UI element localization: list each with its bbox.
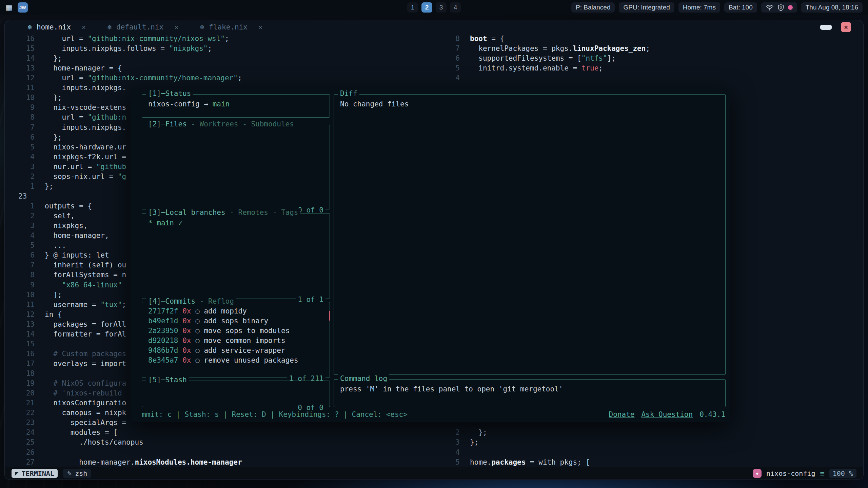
lazygit-stash-panel[interactable]: [5]─Stash 0 of 0 xyxy=(142,381,330,407)
text-segment: nixosConfiguratio xyxy=(45,399,126,407)
app-launcher-icon[interactable]: ▦ xyxy=(5,4,13,12)
text-segment xyxy=(178,327,183,335)
text-segment: boot xyxy=(470,35,487,43)
buffer-tab-label: flake.nix xyxy=(209,23,248,31)
text-segment: # Custom packages xyxy=(45,350,126,358)
commit-row[interactable]: 2717f2f 0x ○ add mopidy xyxy=(148,306,323,316)
text-segment xyxy=(191,307,195,315)
code-text: # Custom packages xyxy=(45,349,126,359)
branch-row[interactable]: * main ✓ xyxy=(148,218,323,228)
text-segment xyxy=(191,327,195,335)
shield-icon[interactable]: 0 xyxy=(778,4,784,11)
text-segment: }; xyxy=(470,428,487,436)
text-segment: "x86_64-linux" xyxy=(62,281,122,289)
line-number: 10 xyxy=(5,93,35,103)
line-number: 23 xyxy=(5,191,35,202)
code-text: # 'nixos-rebuild xyxy=(45,388,122,399)
code-text: forAllSystems = n xyxy=(45,270,126,280)
code-text: }; xyxy=(45,133,62,143)
text-segment: "nixpkgs" xyxy=(169,44,208,53)
network-icon[interactable] xyxy=(766,4,774,11)
layout-icon[interactable]: ≡ xyxy=(820,469,825,478)
line-number: 1 xyxy=(5,182,35,192)
text-segment xyxy=(178,356,183,364)
workspace-button-1[interactable]: 1 xyxy=(407,2,418,13)
lazygit-diff-panel[interactable]: Diff No changed files xyxy=(334,94,726,375)
code-text: username = "tux"; xyxy=(45,300,126,310)
commits-scrollbar-thumb[interactable] xyxy=(329,311,330,321)
commit-row[interactable]: b49ef1d 0x ○ add sops binary xyxy=(148,316,323,326)
text-segment xyxy=(178,307,183,315)
code-line: 15 inputs.nixpkgs.follows = "nixpkgs"; xyxy=(5,44,430,54)
commit-row[interactable]: 2a23950 0x ○ move sops to modules xyxy=(148,326,323,336)
workspace-button-3[interactable]: 3 xyxy=(436,2,447,13)
code-text: kernelPackages = pkgs.linuxPackages_zen; xyxy=(470,44,650,54)
window-pill-button[interactable] xyxy=(820,25,832,30)
line-number: 4 xyxy=(5,152,35,162)
commit-hash: 8e345a7 xyxy=(148,356,178,364)
system-tray: 0 xyxy=(761,2,797,13)
lazygit-status-panel[interactable]: [1]─Status nixos-config → main xyxy=(142,94,330,118)
buffer-tab-flake.nix[interactable]: ❄flake.nix× xyxy=(199,23,262,31)
text-segment xyxy=(191,356,195,364)
workspace-button-2[interactable]: 2 xyxy=(421,2,432,13)
text-segment: inherit (self) ou xyxy=(45,261,126,269)
code-text: outputs = { xyxy=(45,201,92,211)
window-close-button[interactable]: × xyxy=(841,22,851,32)
tab-close-icon[interactable]: × xyxy=(82,23,86,31)
session-icon: ◆ xyxy=(753,469,762,478)
buffer-tab-home.nix[interactable]: ❄home.nix× xyxy=(27,23,86,31)
text-segment: ./hosts/canopus xyxy=(45,438,143,446)
line-number: 3 xyxy=(5,162,35,172)
buffer-tab-label: default.nix xyxy=(116,23,163,31)
pen-icon: ✎ xyxy=(67,470,72,477)
text-segment xyxy=(200,356,204,364)
tab-close-icon[interactable]: × xyxy=(258,23,262,31)
text-segment: = with pkgs; [ xyxy=(526,458,590,466)
text-segment: nix-vscode-extens xyxy=(45,103,126,111)
shield-count: 0 xyxy=(780,5,782,9)
ask-question-link[interactable]: Ask Question xyxy=(641,410,693,419)
commit-hash: d920218 xyxy=(148,337,178,345)
diff-content: No changed files xyxy=(334,95,725,114)
commit-row[interactable]: 9486b7d 0x ○ add service-wrapper xyxy=(148,346,323,355)
code-line: 16 url = "github:nix-community/nixos-wsl… xyxy=(5,34,430,44)
commit-list: 2717f2f 0x ○ add mopidyb49ef1d 0x ○ add … xyxy=(142,302,330,370)
app-badge[interactable]: JW xyxy=(18,2,28,13)
files-panel-title: [2]─Files - Worktrees - Submodules xyxy=(146,120,296,128)
arrow-icon: → xyxy=(204,100,208,108)
code-text: initrd.systemd.enable = true; xyxy=(470,63,603,74)
lazygit-branches-panel[interactable]: [3]─Local branches - Remotes - Tags * ma… xyxy=(142,213,330,299)
text-segment: self, xyxy=(45,212,75,220)
buffer-tab-bar: ❄home.nix×❄default.nix×❄flake.nix× × xyxy=(5,20,863,34)
lazygit-commits-panel[interactable]: [4]─Commits - Reflog 2717f2f 0x ○ add mo… xyxy=(142,302,330,378)
text-segment: }; xyxy=(45,94,62,102)
topbar-module-2: Home: 7ms xyxy=(678,2,720,13)
lazygit-files-panel[interactable]: [2]─Files - Worktrees - Submodules 0 of … xyxy=(142,125,330,209)
buffer-tab-default.nix[interactable]: ❄default.nix× xyxy=(107,23,178,31)
code-text: nixpkgs, xyxy=(45,221,87,231)
tab-zsh[interactable]: ✎ zsh xyxy=(63,469,91,478)
text-segment: = { xyxy=(487,35,505,43)
text-segment: nixpkgs, xyxy=(45,222,87,230)
text-segment: ; xyxy=(122,301,126,309)
code-text: boot = { xyxy=(470,34,504,44)
text-segment: ]; xyxy=(45,291,62,299)
commit-author: 0x xyxy=(182,317,191,325)
line-number: 4 xyxy=(430,73,460,83)
lazygit-command-log-panel[interactable]: Command log press 'M' in the files panel… xyxy=(334,379,726,407)
text-segment: ]; xyxy=(607,54,616,62)
tab-close-icon[interactable]: × xyxy=(174,23,178,31)
commit-row[interactable]: d920218 0x ○ move common imports xyxy=(148,336,323,346)
record-dot-icon[interactable] xyxy=(788,5,793,10)
line-number: 1 xyxy=(5,201,35,211)
donate-link[interactable]: Donate xyxy=(609,410,635,419)
commit-author: 0x xyxy=(182,346,191,354)
code-line: 14 }; xyxy=(5,54,430,64)
line-number: 6 xyxy=(430,54,460,64)
workspace-button-4[interactable]: 4 xyxy=(450,2,461,13)
commit-message: add service-wrapper xyxy=(204,346,285,354)
branches-panel-title: [3]─Local branches - Remotes - Tags xyxy=(146,208,300,217)
commit-row[interactable]: 8e345a7 0x ○ remove unused packages xyxy=(148,355,323,365)
code-line: 24 modules = [ xyxy=(5,428,430,438)
